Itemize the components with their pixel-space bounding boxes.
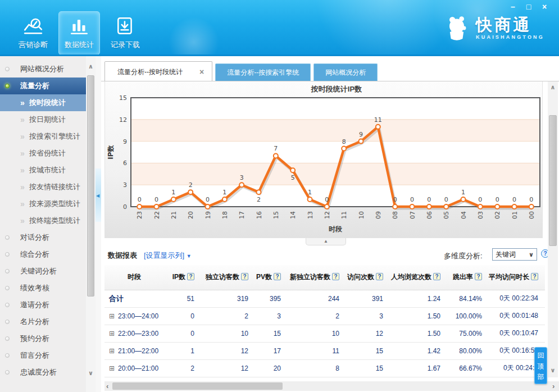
sidebar-item[interactable]: 绩效考核 [0,280,86,297]
sidebar-item-label: 按时段统计 [29,98,66,107]
cell-value: 1.24 [428,295,440,303]
record-download-icon [115,16,135,37]
help-icon[interactable]: ? [187,273,194,280]
scroll-down-icon[interactable]: ∨ [548,367,558,374]
help-icon[interactable]: ? [332,273,339,280]
scroll-up-icon[interactable]: ∧ [86,63,96,70]
decorative-glow [169,17,219,56]
sidebar-item[interactable]: 综合分析 [0,246,86,263]
expand-row-icon[interactable]: ⊞ [109,330,115,338]
sidebar-splitter[interactable]: ◀ [96,56,101,392]
column-header-label: 人均浏览次数 [391,273,431,281]
sidebar-item[interactable]: 留言分析 [0,347,86,364]
tab-close-icon[interactable]: × [199,68,204,76]
maximize-button[interactable]: □ [524,2,533,11]
help-icon[interactable]: ? [531,273,538,280]
set-columns-link[interactable]: [设置显示列] ▼ [144,250,192,261]
scroll-down-icon[interactable]: ∨ [86,370,96,377]
table-cell: 2 [288,307,346,325]
main-horizontal-scrollbar[interactable]: ‹ › [104,381,559,391]
cell-value: 1.50 [428,312,440,320]
toolbar-marketing-diagnosis[interactable]: 营销诊断 [12,11,54,55]
sidebar-item-label: 留言分析 [20,351,49,359]
vertical-scroll-thumb[interactable] [549,115,557,246]
scroll-up-icon[interactable]: ∧ [548,84,558,91]
sidebar-menu: 网站概况分析流量分析»按时段统计»按日期统计»按搜索引擎统计»按省份统计»按城市… [0,56,86,392]
sidebar-item[interactable]: »按来源类型统计 [0,195,86,212]
brand-name: 快商通 [476,16,531,33]
table-header: 时段IP数?独立访客数?PV数?新独立访客数?访问次数?人均浏览次数?跳出率?平… [104,265,545,290]
sidebar-scroll-thumb[interactable] [87,75,94,297]
help-icon[interactable]: ? [241,273,248,280]
scroll-left-icon[interactable]: ‹ [106,382,108,390]
close-button[interactable]: × [540,2,549,11]
help-icon[interactable]: ? [475,273,482,280]
sidebar-item[interactable]: 网站概况分析 [0,61,86,78]
sidebar-item[interactable]: 名片分析 [0,313,86,330]
table-cell: 15 [346,359,390,377]
sidebar-item[interactable]: »按省份统计 [0,145,86,162]
svg-text:0: 0 [410,196,414,203]
scroll-right-icon[interactable]: › [552,382,555,390]
svg-text:0: 0 [478,196,482,203]
sidebar-item[interactable]: »按友情链接统计 [0,179,86,195]
minimize-button[interactable]: – [508,2,517,11]
expand-row-icon[interactable]: ⊞ [109,347,115,355]
sidebar-item-label: 预约分析 [20,334,49,343]
svg-text:10: 10 [358,211,365,219]
svg-text:18: 18 [221,211,229,219]
table-cell: 391 [346,290,390,307]
sidebar-item[interactable]: 忠诚度分析 [0,364,86,381]
cell-value: 15 [376,347,383,355]
tab-bar: 流量分析--按时段统计×流量分析--按搜索引擎统网站概况分析 [104,61,378,81]
help-icon[interactable]: ? [376,273,383,280]
sidebar-item[interactable]: 邀请分析 [0,297,86,313]
help-icon[interactable]: ? [274,273,281,280]
table-cell: 1.42 [390,342,447,359]
sidebar-item[interactable]: 预约分析 [0,330,86,347]
sidebar-item-label: 按搜索引擎统计 [29,132,80,140]
expand-row-icon[interactable]: ⊞ [109,364,115,372]
sidebar-item[interactable]: 流量分析 [0,78,86,94]
cell-value: 1.42 [428,347,440,355]
toolbar-data-statistics[interactable]: 数据统计 [58,11,100,55]
sidebar-item[interactable]: »按日期统计 [0,111,86,128]
sidebar-item[interactable]: »按城市统计 [0,162,86,179]
sidebar-scrollbar[interactable]: ∧ ∨ [86,56,96,392]
sidebar-item[interactable]: 关键词分析 [0,263,86,280]
cell-value: 51 [187,295,194,303]
table-body: 合计513193952443911.2484.14%0天 00:22:34⊞23… [104,290,545,377]
sidebar-item[interactable]: »按搜索引擎统计 [0,128,86,145]
sidebar-item[interactable]: »按终端类型统计 [0,212,86,229]
double-chevron-icon: » [20,212,25,229]
sidebar-item[interactable]: »按时段统计 [0,94,86,111]
multi-dimension-select[interactable]: 关键词 ∨ [492,248,537,261]
tab[interactable]: 流量分析--按时段统计× [104,61,212,81]
back-to-top-button[interactable]: 回顶部 [534,347,547,384]
cell-value: 0 [190,312,194,320]
svg-text:07: 07 [409,211,416,219]
tab[interactable]: 流量分析--按搜索引擎统 [215,63,311,81]
svg-text:0: 0 [123,203,127,211]
sidebar-item[interactable]: 对话分析 [0,229,86,246]
cell-value: 21:00—22:00 [118,347,158,355]
double-chevron-icon: » [20,145,25,162]
tab[interactable]: 网站概况分析 [313,63,378,81]
svg-text:0: 0 [138,196,142,203]
cell-value: 75.00% [459,330,482,338]
table-cell: 3 [255,307,288,325]
cell-value: 12 [241,347,248,355]
double-chevron-icon: » [20,162,25,179]
main-vertical-scrollbar[interactable]: ∧ ∨ [548,81,558,377]
svg-text:1: 1 [461,189,465,196]
chart-collapse-button[interactable]: ▲ [306,238,346,245]
toolbar-label: 数据统计 [65,40,94,50]
table-row: ⊞23:00—24:00023231.50100.00%0天 00:01:48 [104,307,545,325]
horizontal-scroll-thumb[interactable] [112,382,283,390]
cell-value: 244 [328,295,339,303]
toolbar-record-download[interactable]: 记录下载 [104,11,146,55]
cell-value: 395 [270,295,281,303]
svg-text:00: 00 [528,211,535,219]
help-icon[interactable]: ? [433,273,440,280]
expand-row-icon[interactable]: ⊞ [109,312,115,320]
